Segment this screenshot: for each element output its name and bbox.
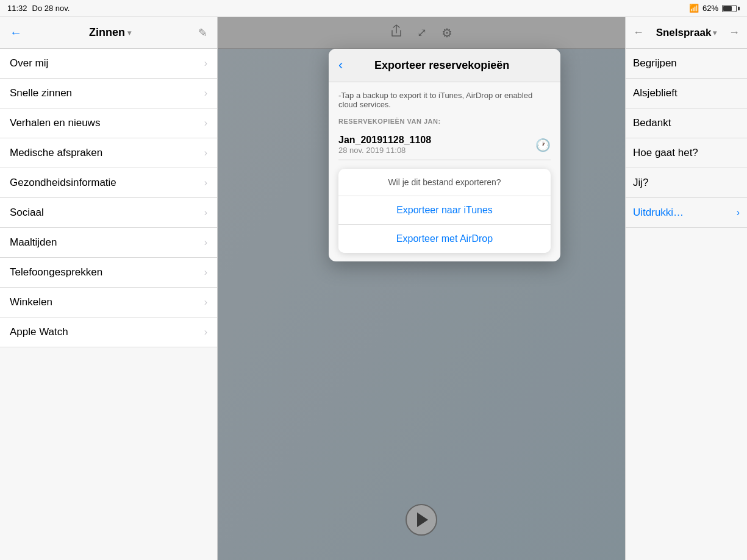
chevron-right-icon: › [204, 207, 207, 218]
main-layout: ← Zinnen ▾ ✎ Over mij › Snelle zinnen › … [0, 17, 747, 560]
right-item-label: Jij? [633, 177, 649, 189]
right-item[interactable]: Jij? [626, 168, 747, 198]
right-panel: ← Snelspraak ▾ → Begrijpen Alsjeblieft B… [625, 17, 747, 560]
chevron-right-icon: › [204, 237, 207, 248]
backup-info: Jan_20191128_1108 28 nov. 2019 11:08 [338, 135, 431, 155]
dropdown-icon[interactable]: ▾ [127, 29, 131, 37]
backup-date: 28 nov. 2019 11:08 [338, 146, 431, 155]
snelspraak-dropdown-icon[interactable]: ▾ [713, 29, 717, 37]
nav-item-label: Maaltijden [10, 236, 57, 249]
confirm-question: Wil je dit bestand exporteren? [338, 169, 551, 196]
right-item-label: Alsjeblieft [633, 87, 677, 99]
nav-item[interactable]: Snelle zinnen › [0, 79, 217, 108]
right-item-label: Hoe gaat het? [633, 147, 698, 159]
right-arrow-right: → [729, 26, 740, 39]
confirm-popup: Wil je dit bestand exporteren? Exporteer… [338, 169, 551, 253]
nav-item-label: Apple Watch [10, 326, 68, 338]
export-modal-title: Exporteer reservekopieën [350, 59, 551, 72]
chevron-right-icon: › [204, 58, 207, 69]
export-description: -Tap a backup to export it to iTunes, Ai… [338, 91, 551, 109]
nav-item-label: Gezondheidsinformatie [10, 177, 116, 189]
nav-item[interactable]: Verhalen en nieuws › [0, 108, 217, 138]
nav-item[interactable]: Gezondheidsinformatie › [0, 168, 217, 198]
nav-item-label: Snelle zinnen [10, 87, 72, 99]
history-icon: 🕐 [535, 138, 551, 152]
left-panel: ← Zinnen ▾ ✎ Over mij › Snelle zinnen › … [0, 17, 218, 560]
snelspraak-title: Snelspraak [656, 27, 712, 39]
edit-icon[interactable]: ✎ [198, 26, 207, 40]
nav-item-label: Over mij [10, 57, 48, 69]
battery-percentage: 62% [702, 4, 718, 13]
export-modal: ‹ Exporteer reservekopieën -Tap a backup… [329, 49, 560, 261]
export-itunes-button[interactable]: Exporteer naar iTunes [338, 196, 551, 225]
right-list: Begrijpen Alsjeblieft Bedankt Hoe gaat h… [626, 49, 747, 560]
date-display: Do 28 nov. [32, 4, 70, 13]
chevron-right-icon: › [204, 297, 207, 308]
nav-item[interactable]: Apple Watch › [0, 317, 217, 347]
right-item-label: Begrijpen [633, 57, 677, 69]
right-item[interactable]: Hoe gaat het? [626, 138, 747, 168]
chevron-right-icon: › [204, 327, 207, 338]
chevron-right-icon: › [204, 147, 207, 158]
export-section-label: RESERVEKOPIEËN VAN JAN: [338, 118, 551, 125]
chevron-right-icon: › [737, 207, 740, 218]
nav-list: Over mij › Snelle zinnen › Verhalen en n… [0, 49, 217, 560]
right-item[interactable]: Alsjeblieft [626, 79, 747, 108]
right-item[interactable]: Begrijpen [626, 49, 747, 79]
right-item-label: Uitdrukki… [633, 207, 684, 219]
chevron-right-icon: › [204, 177, 207, 188]
export-modal-body: -Tap a backup to export it to iTunes, Ai… [329, 82, 560, 261]
wifi-icon: 📶 [689, 4, 699, 13]
export-back-button[interactable]: ‹ [338, 57, 343, 73]
status-bar-left: 11:32 Do 28 nov. [7, 4, 70, 13]
status-bar: 11:32 Do 28 nov. 📶 62% [0, 0, 747, 17]
nav-item-label: Sociaal [10, 207, 44, 219]
export-airdrop-button[interactable]: Exporteer met AirDrop [338, 225, 551, 253]
right-arrow-left: ← [633, 26, 644, 39]
export-modal-header: ‹ Exporteer reservekopieën [329, 49, 560, 82]
back-button[interactable]: ← [10, 26, 22, 40]
nav-item-label: Medische afspraken [10, 147, 102, 159]
right-header: ← Snelspraak ▾ → [626, 17, 747, 49]
nav-item[interactable]: Winkelen › [0, 288, 217, 317]
nav-item[interactable]: Telefoongesprekken › [0, 258, 217, 288]
nav-item[interactable]: Medische afspraken › [0, 138, 217, 168]
zinnen-title: Zinnen [89, 26, 125, 39]
export-backup-item[interactable]: Jan_20191128_1108 28 nov. 2019 11:08 🕐 [338, 130, 551, 160]
chevron-right-icon: › [204, 267, 207, 278]
right-header-title: Snelspraak ▾ [656, 27, 717, 39]
nav-item[interactable]: Over mij › [0, 49, 217, 79]
nav-item-label: Winkelen [10, 296, 52, 308]
nav-item[interactable]: Maaltijden › [0, 228, 217, 258]
time-display: 11:32 [7, 4, 27, 13]
left-header-title: Zinnen ▾ [89, 26, 131, 39]
right-item[interactable]: Uitdrukki… › [626, 198, 747, 228]
nav-item[interactable]: Sociaal › [0, 198, 217, 228]
right-item[interactable]: Bedankt [626, 108, 747, 138]
chevron-right-icon: › [204, 88, 207, 99]
status-bar-right: 📶 62% [689, 4, 740, 13]
left-header: ← Zinnen ▾ ✎ [0, 17, 217, 49]
battery-icon [722, 5, 740, 12]
chevron-right-icon: › [204, 118, 207, 129]
right-item-label: Bedankt [633, 117, 671, 129]
nav-item-label: Verhalen en nieuws [10, 117, 100, 129]
nav-item-label: Telefoongesprekken [10, 266, 102, 278]
backup-name: Jan_20191128_1108 [338, 135, 431, 146]
middle-panel: ⤢ ⚙ ‹ Exporteer reservekopieën -Tap a ba… [218, 17, 625, 560]
